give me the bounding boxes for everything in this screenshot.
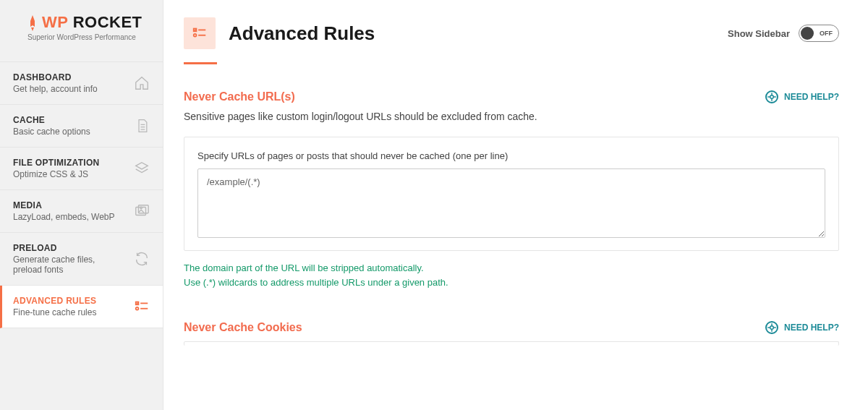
logo-rocket: ROCKET — [73, 13, 142, 31]
never-cache-url-input[interactable] — [197, 168, 825, 238]
field-tips: The domain part of the URL will be strip… — [184, 261, 839, 289]
sidebar-item-label: FILE OPTIMIZATION — [13, 158, 100, 168]
need-help-button[interactable]: NEED HELP? — [765, 321, 839, 334]
sidebar-item-file-optimization[interactable]: FILE OPTIMIZATION Optimize CSS & JS — [0, 148, 163, 190]
sidebar-item-preload[interactable]: PRELOAD Generate cache files, preload fo… — [0, 233, 163, 286]
sidebar-item-dashboard[interactable]: DASHBOARD Get help, account info — [0, 61, 163, 105]
page-list-check-icon — [184, 17, 216, 49]
section-title: Never Cache Cookies — [184, 321, 302, 334]
sidebar-item-label: DASHBOARD — [13, 72, 98, 82]
section-never-cache-url: Never Cache URL(s) NEED HELP? Sensitive … — [184, 90, 839, 289]
lifesaver-icon — [765, 90, 778, 103]
svg-point-11 — [770, 95, 774, 99]
sidebar-item-sub: LazyLoad, embeds, WebP — [13, 212, 115, 222]
need-help-label: NEED HELP? — [784, 323, 839, 333]
sidebar-item-label: CACHE — [13, 115, 90, 125]
sidebar-item-label: ADVANCED RULES — [13, 296, 96, 306]
field-label: Specify URLs of pages or posts that shou… — [197, 150, 825, 161]
sidebar-item-sub: Basic cache options — [13, 127, 90, 137]
sidebar-item-sub: Get help, account info — [13, 84, 98, 94]
sidebar: WP ROCKET Superior WordPress Performance… — [0, 0, 163, 410]
section-title: Never Cache URL(s) — [184, 90, 295, 103]
page-header: Advanced Rules Show Sidebar OFF — [184, 17, 839, 62]
svg-point-5 — [136, 307, 139, 310]
sidebar-item-advanced-rules[interactable]: ADVANCED RULES Fine-tune cache rules — [0, 286, 163, 328]
svg-point-9 — [194, 34, 197, 37]
need-help-button[interactable]: NEED HELP? — [765, 90, 839, 103]
layers-icon — [132, 161, 150, 176]
need-help-label: NEED HELP? — [784, 92, 839, 102]
show-sidebar-toggle[interactable]: OFF — [799, 25, 839, 42]
logo: WP ROCKET Superior WordPress Performance — [0, 13, 163, 54]
lifesaver-icon — [765, 321, 778, 334]
rocket-icon — [27, 15, 38, 31]
svg-point-16 — [770, 326, 774, 330]
list-check-icon — [132, 299, 150, 315]
toggle-knob — [801, 27, 814, 40]
sidebar-item-label: MEDIA — [13, 200, 115, 210]
field-box: Specify URLs of pages or posts that shou… — [184, 137, 839, 251]
svg-point-2 — [140, 207, 142, 208]
nav: DASHBOARD Get help, account info CACHE B… — [0, 61, 163, 328]
section-never-cache-cookies: Never Cache Cookies NEED HELP? — [184, 321, 839, 346]
active-tab-indicator — [184, 62, 217, 64]
field-box — [184, 341, 839, 346]
sidebar-item-cache[interactable]: CACHE Basic cache options — [0, 105, 163, 148]
logo-tagline: Superior WordPress Performance — [27, 33, 150, 41]
logo-wp: WP — [42, 13, 68, 31]
sidebar-item-media[interactable]: MEDIA LazyLoad, embeds, WebP — [0, 190, 163, 233]
main-content: Advanced Rules Show Sidebar OFF Never Ca… — [163, 0, 868, 410]
show-sidebar-label: Show Sidebar — [728, 28, 790, 39]
home-icon — [132, 75, 150, 91]
sidebar-item-sub: Optimize CSS & JS — [13, 169, 100, 179]
document-icon — [132, 118, 150, 134]
page-title: Advanced Rules — [229, 22, 375, 45]
toggle-state-label: OFF — [820, 30, 833, 37]
images-icon — [132, 203, 150, 219]
tip-text: The domain part of the URL will be strip… — [184, 261, 839, 276]
section-description: Sensitive pages like custom login/logout… — [184, 111, 839, 122]
sidebar-item-sub: Generate cache files, preload fonts — [13, 255, 122, 275]
tip-text: Use (.*) wildcards to address multiple U… — [184, 276, 839, 290]
sidebar-item-sub: Fine-tune cache rules — [13, 307, 96, 317]
sidebar-item-label: PRELOAD — [13, 243, 122, 253]
refresh-icon — [132, 251, 150, 267]
